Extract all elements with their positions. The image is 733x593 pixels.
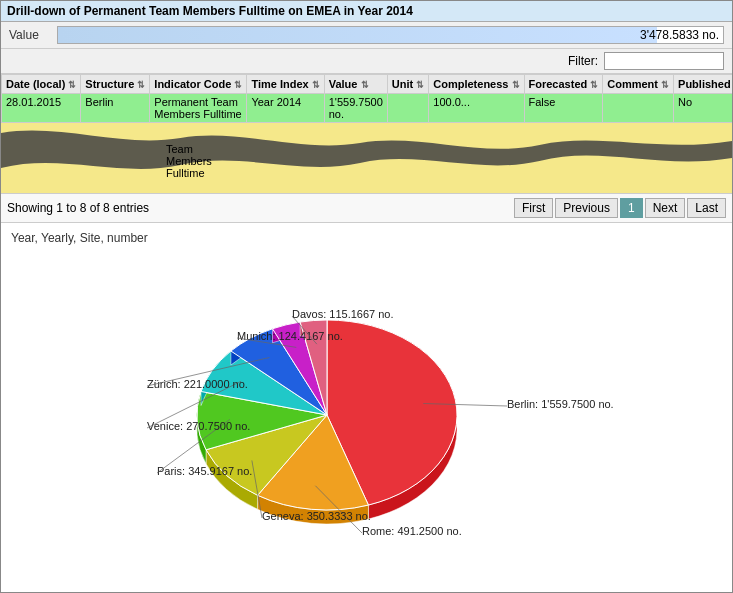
cell-date: 28.01.2015 bbox=[2, 94, 81, 123]
pie-label-geneva: Geneva: 350.3333 no. bbox=[262, 510, 371, 522]
col-completeness[interactable]: Completeness ⇅ bbox=[429, 75, 524, 94]
col-comment[interactable]: Comment ⇅ bbox=[603, 75, 674, 94]
cell-completeness: 100.0... bbox=[429, 94, 524, 123]
col-indicator-code[interactable]: Indicator Code ⇅ bbox=[150, 75, 247, 94]
pie-container: Berlin: 1'559.7500 no.Rome: 491.2500 no.… bbox=[11, 255, 722, 565]
table-header-row: Date (local) ⇅ Structure ⇅ Indicator Cod… bbox=[2, 75, 733, 94]
table-row[interactable]: 28.01.2015BerlinPermanent Team Members F… bbox=[2, 94, 733, 123]
filter-row: Filter: bbox=[1, 49, 732, 74]
pie-label-rome: Rome: 491.2500 no. bbox=[362, 525, 462, 537]
title-bar: Drill-down of Permanent Team Members Ful… bbox=[1, 1, 732, 22]
cell-indicator_code: Permanent Team Members Fulltime bbox=[150, 94, 247, 123]
col-published[interactable]: Published ⇅ bbox=[674, 75, 732, 94]
chart-subtitle: Year, Yearly, Site, number bbox=[11, 231, 722, 245]
first-button[interactable]: First bbox=[514, 198, 553, 218]
cell-time_index: Year 2014 bbox=[247, 94, 324, 123]
pagination-buttons: First Previous 1 Next Last bbox=[514, 198, 726, 218]
pie-label-zürich: Zürich: 221.0000 no. bbox=[147, 378, 248, 390]
cell-published: No bbox=[674, 94, 732, 123]
chart-section: Year, Yearly, Site, number Berlin: 1'559… bbox=[1, 223, 732, 573]
col-date[interactable]: Date (local) ⇅ bbox=[2, 75, 81, 94]
value-label: Value bbox=[9, 28, 49, 42]
cell-comment bbox=[603, 94, 674, 123]
previous-button[interactable]: Previous bbox=[555, 198, 618, 218]
value-bar: 3'478.5833 no. bbox=[57, 26, 724, 44]
cell-forecasted: False bbox=[524, 94, 603, 123]
wavy-section: TeamMembersFulltime bbox=[1, 123, 732, 193]
showing-text: Showing 1 to 8 of 8 entries bbox=[7, 201, 149, 215]
page-title: Drill-down of Permanent Team Members Ful… bbox=[7, 4, 413, 18]
filter-input[interactable] bbox=[604, 52, 724, 70]
col-forecasted[interactable]: Forecasted ⇅ bbox=[524, 75, 603, 94]
pie-label-berlin: Berlin: 1'559.7500 no. bbox=[507, 398, 614, 410]
pie-label-paris: Paris: 345.9167 no. bbox=[157, 465, 252, 477]
value-row: Value 3'478.5833 no. bbox=[1, 22, 732, 49]
pie-label-venice: Venice: 270.7500 no. bbox=[147, 420, 250, 432]
next-button[interactable]: Next bbox=[645, 198, 686, 218]
wavy-text: TeamMembersFulltime bbox=[166, 143, 212, 179]
table-container: Date (local) ⇅ Structure ⇅ Indicator Cod… bbox=[1, 74, 732, 123]
page-1-button[interactable]: 1 bbox=[620, 198, 643, 218]
col-value[interactable]: Value ⇅ bbox=[324, 75, 387, 94]
last-button[interactable]: Last bbox=[687, 198, 726, 218]
col-structure[interactable]: Structure ⇅ bbox=[81, 75, 150, 94]
pagination-row: Showing 1 to 8 of 8 entries First Previo… bbox=[1, 193, 732, 223]
cell-structure: Berlin bbox=[81, 94, 150, 123]
cell-value: 1'559.7500 no. bbox=[324, 94, 387, 123]
data-table: Date (local) ⇅ Structure ⇅ Indicator Cod… bbox=[1, 74, 732, 123]
value-number: 3'478.5833 no. bbox=[640, 28, 719, 42]
col-unit[interactable]: Unit ⇅ bbox=[387, 75, 428, 94]
pie-label-davos: Davos: 115.1667 no. bbox=[292, 308, 394, 320]
filter-label: Filter: bbox=[568, 54, 598, 68]
cell-unit bbox=[387, 94, 428, 123]
col-time-index[interactable]: Time Index ⇅ bbox=[247, 75, 324, 94]
pie-chart: Berlin: 1'559.7500 no.Rome: 491.2500 no.… bbox=[87, 260, 647, 560]
